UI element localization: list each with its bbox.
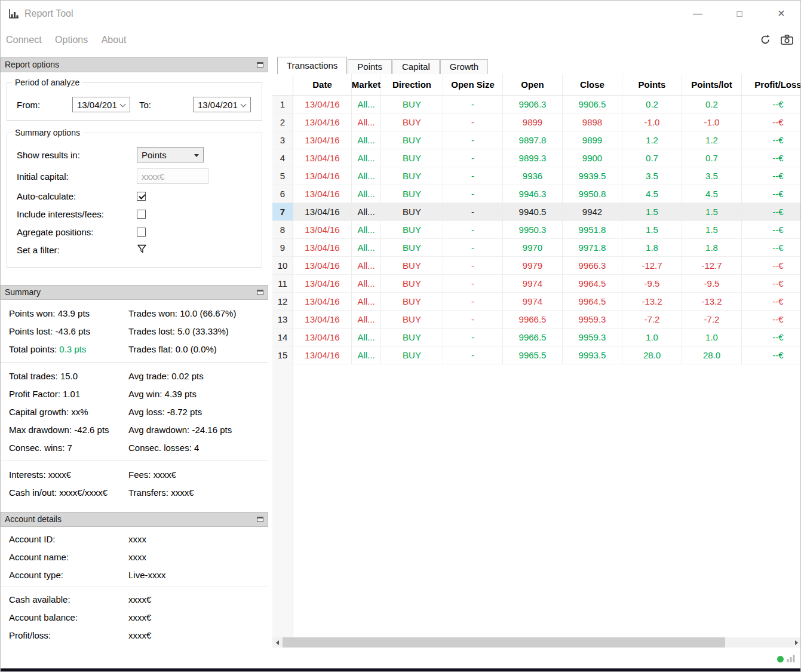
- cell-market[interactable]: All...: [352, 257, 381, 275]
- cell-market[interactable]: All...: [352, 203, 381, 221]
- row-number[interactable]: 4: [272, 149, 293, 167]
- cell-points[interactable]: -1.0: [622, 113, 682, 131]
- cell-market[interactable]: All...: [352, 96, 381, 113]
- row-number[interactable]: 11: [272, 275, 293, 293]
- cell-points-lot[interactable]: 0.2: [682, 96, 742, 113]
- cell-points-lot[interactable]: 0.7: [682, 149, 742, 167]
- header-open[interactable]: Open: [503, 74, 563, 96]
- row-number[interactable]: 15: [272, 346, 293, 364]
- cell-close[interactable]: 9964.5: [563, 275, 622, 293]
- cell-market[interactable]: All...: [352, 311, 381, 329]
- cell-points[interactable]: 0.7: [622, 149, 682, 167]
- cell-points[interactable]: 3.5: [622, 167, 682, 185]
- row-number[interactable]: 12: [272, 293, 293, 311]
- cell-profit-loss[interactable]: --€: [742, 346, 801, 364]
- cell-open[interactable]: 9899: [503, 113, 563, 131]
- cell-points[interactable]: -9.5: [622, 275, 682, 293]
- cell-profit-loss[interactable]: --€: [742, 329, 801, 346]
- table-row[interactable]: 1413/04/16All...BUY-9966.59959.31.01.0--…: [272, 329, 801, 346]
- cell-open[interactable]: 9966.5: [503, 329, 563, 346]
- row-number[interactable]: 5: [272, 167, 293, 185]
- cell-open-size[interactable]: -: [443, 203, 503, 221]
- cell-direction[interactable]: BUY: [381, 293, 443, 311]
- row-number[interactable]: 2: [272, 113, 293, 131]
- cell-points-lot[interactable]: 28.0: [682, 346, 742, 364]
- cell-points[interactable]: 1.2: [622, 131, 682, 149]
- cell-close[interactable]: 9951.8: [563, 221, 622, 239]
- cell-date[interactable]: 13/04/16: [293, 311, 352, 329]
- cell-open-size[interactable]: -: [443, 257, 503, 275]
- cell-open[interactable]: 9965.5: [503, 346, 563, 364]
- cell-market[interactable]: All...: [352, 113, 381, 131]
- menu-about[interactable]: About: [102, 27, 127, 53]
- cell-date[interactable]: 13/04/16: [293, 149, 352, 167]
- minimize-button[interactable]: —: [688, 5, 707, 22]
- cell-market[interactable]: All...: [352, 275, 381, 293]
- cell-profit-loss[interactable]: --€: [742, 221, 801, 239]
- cell-direction[interactable]: BUY: [381, 311, 443, 329]
- cell-open[interactable]: 9974: [503, 275, 563, 293]
- row-number[interactable]: 14: [272, 329, 293, 346]
- row-number[interactable]: 1: [272, 96, 293, 113]
- cell-date[interactable]: 13/04/16: [293, 203, 352, 221]
- row-number[interactable]: 13: [272, 311, 293, 329]
- cell-direction[interactable]: BUY: [381, 96, 443, 113]
- row-number[interactable]: 6: [272, 185, 293, 203]
- row-number[interactable]: 9: [272, 239, 293, 257]
- cell-open[interactable]: 9940.5: [503, 203, 563, 221]
- cell-close[interactable]: 9959.3: [563, 311, 622, 329]
- table-row[interactable]: 613/04/16All...BUY-9946.39950.84.54.5--€: [272, 185, 801, 203]
- table-row[interactable]: 713/04/16All...BUY-9940.599421.51.5--€: [272, 203, 801, 221]
- menu-connect[interactable]: Connect: [6, 27, 42, 53]
- cell-points-lot[interactable]: -9.5: [682, 275, 742, 293]
- row-number[interactable]: 7: [272, 203, 293, 221]
- header-market[interactable]: Market: [352, 74, 381, 96]
- cell-profit-loss[interactable]: --€: [742, 96, 801, 113]
- cell-direction[interactable]: BUY: [381, 346, 443, 364]
- cell-market[interactable]: All...: [352, 131, 381, 149]
- table-row[interactable]: 513/04/16All...BUY-99369939.53.53.5--€: [272, 167, 801, 185]
- cell-points[interactable]: 1.0: [622, 329, 682, 346]
- cell-close[interactable]: 9939.5: [563, 167, 622, 185]
- cell-open-size[interactable]: -: [443, 311, 503, 329]
- cell-open[interactable]: 9899.3: [503, 149, 563, 167]
- cell-points-lot[interactable]: 1.5: [682, 221, 742, 239]
- cell-open-size[interactable]: -: [443, 167, 503, 185]
- row-number[interactable]: 10: [272, 257, 293, 275]
- cell-points-lot[interactable]: -7.2: [682, 311, 742, 329]
- cell-open[interactable]: 9906.3: [503, 96, 563, 113]
- cell-points[interactable]: 1.5: [622, 221, 682, 239]
- cell-date[interactable]: 13/04/16: [293, 239, 352, 257]
- cell-points[interactable]: -7.2: [622, 311, 682, 329]
- float-panel-icon[interactable]: [257, 290, 263, 295]
- cell-profit-loss[interactable]: --€: [742, 113, 801, 131]
- cell-points-lot[interactable]: -1.0: [682, 113, 742, 131]
- agregate-positions-checkbox[interactable]: [137, 228, 146, 237]
- auto-calculate-checkbox[interactable]: [137, 192, 146, 201]
- scrollbar-thumb[interactable]: [283, 637, 725, 648]
- cell-open-size[interactable]: -: [443, 293, 503, 311]
- cell-profit-loss[interactable]: --€: [742, 293, 801, 311]
- table-row[interactable]: 313/04/16All...BUY-9897.898991.21.2--€: [272, 131, 801, 149]
- table-row[interactable]: 913/04/16All...BUY-99709971.81.81.8--€: [272, 239, 801, 257]
- header-profit-loss[interactable]: Profit/Loss: [742, 74, 801, 96]
- cell-market[interactable]: All...: [352, 221, 381, 239]
- cell-profit-loss[interactable]: --€: [742, 311, 801, 329]
- cell-points-lot[interactable]: 1.2: [682, 131, 742, 149]
- table-row[interactable]: 213/04/16All...BUY-98999898-1.0-1.0--€: [272, 113, 801, 131]
- cell-direction[interactable]: BUY: [381, 131, 443, 149]
- cell-direction[interactable]: BUY: [381, 185, 443, 203]
- cell-points-lot[interactable]: 1.8: [682, 239, 742, 257]
- initial-capital-input[interactable]: xxxx€: [137, 168, 208, 184]
- cell-open-size[interactable]: -: [443, 346, 503, 364]
- cell-date[interactable]: 13/04/16: [293, 329, 352, 346]
- cell-direction[interactable]: BUY: [381, 257, 443, 275]
- cell-points[interactable]: 4.5: [622, 185, 682, 203]
- table-row[interactable]: 1313/04/16All...BUY-9966.59959.3-7.2-7.2…: [272, 311, 801, 329]
- table-row[interactable]: 1213/04/16All...BUY-99749964.5-13.2-13.2…: [272, 293, 801, 311]
- include-interests-checkbox[interactable]: [137, 210, 146, 219]
- cell-date[interactable]: 13/04/16: [293, 96, 352, 113]
- row-number[interactable]: 3: [272, 131, 293, 149]
- cell-close[interactable]: 9950.8: [563, 185, 622, 203]
- scroll-left-arrow[interactable]: [272, 637, 283, 648]
